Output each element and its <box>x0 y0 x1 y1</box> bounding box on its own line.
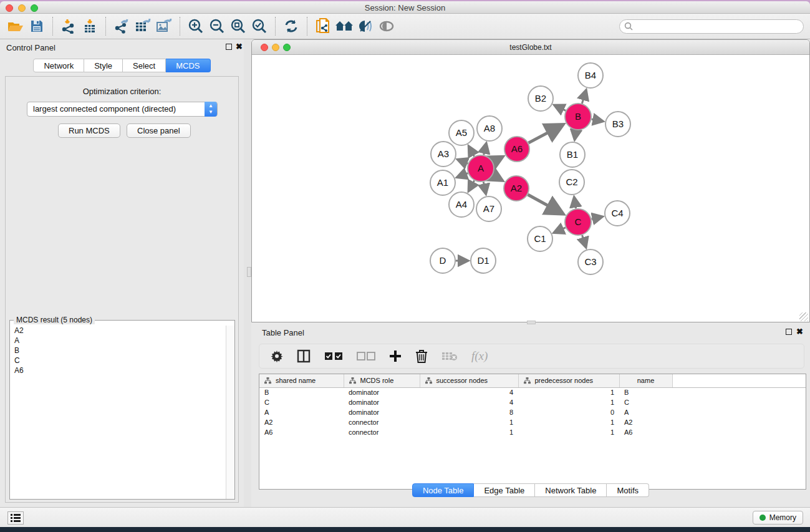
tab-mcds[interactable]: MCDS <box>166 59 210 72</box>
table-cell[interactable]: A <box>259 407 344 417</box>
graph-edge-A-A3[interactable] <box>458 160 468 163</box>
table-cell[interactable]: B <box>619 387 672 397</box>
add-column-button[interactable] <box>389 350 402 362</box>
show-column-button[interactable] <box>297 349 311 363</box>
table-row[interactable]: Adominator80A <box>259 407 806 417</box>
graph-edge-B-B4[interactable] <box>582 90 586 104</box>
run-mcds-button[interactable]: Run MCDS <box>58 123 120 138</box>
table-cell[interactable]: B <box>259 387 344 397</box>
table-cell[interactable]: A <box>619 407 672 417</box>
column-header-MCDS-role[interactable]: MCDS role <box>344 374 420 387</box>
result-item[interactable]: A <box>10 336 225 346</box>
graph-edge-A-A7[interactable] <box>483 182 486 194</box>
column-header-predecessor-nodes[interactable]: predecessor nodes <box>518 374 619 387</box>
new-network-from-file-button[interactable] <box>312 16 334 36</box>
export-image-button[interactable] <box>153 16 175 36</box>
refresh-layout-button[interactable] <box>281 16 302 36</box>
table-cell[interactable]: 4 <box>420 387 518 397</box>
hide-panel-button[interactable] <box>355 16 376 36</box>
table-cell[interactable]: 1 <box>420 417 518 427</box>
splitter-grip[interactable] <box>247 267 251 277</box>
table-close-icon[interactable]: ✖ <box>796 327 803 337</box>
table-row[interactable]: Cdominator41C <box>259 397 806 407</box>
graph-edge-A-A5[interactable] <box>469 147 475 157</box>
network-window-titlebar[interactable]: testGlobe.txt <box>252 40 809 55</box>
graph-edge-A-A4[interactable] <box>469 180 475 191</box>
column-header-successor-nodes[interactable]: successor nodes <box>420 374 518 387</box>
graph-edge-A2-C[interactable] <box>528 195 562 213</box>
memory-button[interactable]: Memory <box>753 511 803 525</box>
table-cell[interactable]: connector <box>344 417 420 427</box>
table-cell[interactable]: 0 <box>518 407 619 417</box>
table-cell[interactable]: 1 <box>518 387 619 397</box>
tab-node-table[interactable]: Node Table <box>412 483 475 497</box>
unselect-all-button[interactable] <box>357 352 375 360</box>
save-session-button[interactable] <box>26 16 47 36</box>
import-table-button[interactable] <box>79 16 100 36</box>
select-all-button[interactable] <box>324 352 343 360</box>
criterion-select[interactable]: largest connected component (directed) ▲… <box>27 102 218 117</box>
network-canvas[interactable]: B4B2BB3A5A8A6A3B1AA1C2A2A4A7C4CC1C3DD1 <box>253 55 809 322</box>
table-row[interactable]: Bdominator41B <box>259 387 806 397</box>
result-item[interactable]: B <box>10 346 225 355</box>
table-cell[interactable]: 1 <box>420 427 518 437</box>
table-cell[interactable]: 1 <box>518 417 619 427</box>
zoom-fit-button[interactable] <box>228 16 249 36</box>
zoom-out-button[interactable] <box>206 16 228 36</box>
table-cell[interactable]: A2 <box>619 417 672 427</box>
table-cell[interactable]: 4 <box>420 397 518 407</box>
close-panel-button[interactable]: Close panel <box>127 123 191 138</box>
result-item[interactable]: A2 <box>10 326 225 336</box>
tab-network[interactable]: Network <box>33 59 84 72</box>
table-row[interactable]: A2connector11A2 <box>259 417 806 427</box>
column-header-name[interactable]: name <box>619 374 672 387</box>
search-input[interactable] <box>619 19 804 34</box>
table-settings-button[interactable] <box>271 350 283 362</box>
graph-edge-B-B2[interactable] <box>554 105 566 111</box>
close-panel-icon[interactable]: ✖ <box>236 42 243 52</box>
attribute-table[interactable]: shared nameMCDS rolesuccessor nodesprede… <box>259 374 806 437</box>
delete-table-button[interactable] <box>441 351 458 361</box>
graph-edge-A-A2[interactable] <box>493 175 501 180</box>
graph-edge-C-C1[interactable] <box>554 228 566 233</box>
table-cell[interactable]: connector <box>344 427 420 437</box>
table-cell[interactable]: 8 <box>420 407 518 417</box>
table-cell[interactable]: 1 <box>518 397 619 407</box>
table-cell[interactable]: A6 <box>619 427 672 437</box>
task-history-button[interactable] <box>7 511 24 525</box>
graph-edge-A-A6[interactable] <box>493 157 501 162</box>
export-table-button[interactable] <box>132 16 153 36</box>
table-cell[interactable]: dominator <box>344 407 420 417</box>
tab-edge-table[interactable]: Edge Table <box>474 483 535 497</box>
home-button[interactable] <box>334 16 355 36</box>
graph-edge-C-C3[interactable] <box>582 235 586 247</box>
table-float-icon[interactable] <box>786 329 792 335</box>
window-resize-grip[interactable] <box>799 312 808 321</box>
tab-select[interactable]: Select <box>123 59 166 72</box>
table-cell[interactable]: A2 <box>259 417 344 427</box>
table-cell[interactable]: dominator <box>344 387 420 397</box>
table-row[interactable]: A6connector11A6 <box>259 427 806 437</box>
graph-edge-C-C4[interactable] <box>591 216 602 219</box>
graph-edge-A-A1[interactable] <box>457 173 468 177</box>
tab-style[interactable]: Style <box>84 59 123 72</box>
import-network-button[interactable] <box>58 16 79 36</box>
graph-edge-A-A8[interactable] <box>484 143 486 155</box>
export-network-button[interactable] <box>111 16 132 36</box>
table-cell[interactable]: C <box>259 397 344 407</box>
delete-column-button[interactable] <box>415 349 428 363</box>
graph-edge-C-C2[interactable] <box>574 198 576 209</box>
zoom-selected-button[interactable] <box>249 16 270 36</box>
open-session-button[interactable] <box>5 16 26 36</box>
tab-network-table[interactable]: Network Table <box>535 483 607 497</box>
function-builder-button[interactable]: f(x) <box>471 349 488 363</box>
graph-edge-A6-B[interactable] <box>529 125 562 143</box>
show-panel-eye-button[interactable] <box>376 16 397 36</box>
table-cell[interactable]: A6 <box>259 427 344 437</box>
result-item[interactable]: A6 <box>10 365 225 375</box>
column-header-shared-name[interactable]: shared name <box>259 374 344 387</box>
table-cell[interactable]: 1 <box>518 427 619 437</box>
graph-edge-B-B3[interactable] <box>592 119 603 121</box>
mcds-result-list[interactable]: A2ABCA6 <box>10 326 225 499</box>
result-scrollbar[interactable] <box>226 326 234 499</box>
